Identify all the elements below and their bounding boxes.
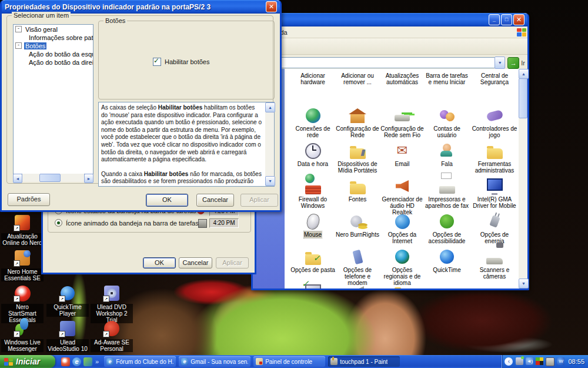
control-panel-item[interactable]: Opções regionais e de idioma (380, 248, 425, 283)
hide-icons-chevron-icon[interactable]: ‹ (505, 357, 513, 366)
media-app-icon[interactable] (83, 357, 92, 366)
control-panel-item[interactable]: Sons e dispositivos de áudio (335, 283, 380, 289)
minimize-button[interactable]: _ (489, 14, 500, 25)
control-panel-item[interactable]: ✉Email (380, 142, 425, 177)
control-panel-item[interactable]: Impressoras e aparelhos de fax (425, 177, 469, 213)
control-panel-item[interactable]: Ferramentas administrativas (469, 142, 519, 177)
start-button[interactable]: Iniciar (0, 355, 55, 368)
control-panel-item[interactable]: Nero BurnRights (335, 213, 380, 248)
control-panel-item[interactable]: Data e hora (290, 142, 335, 177)
internet-explorer-icon[interactable]: e (72, 357, 81, 366)
control-panel-item[interactable]: QuickTime (425, 248, 469, 283)
desktop-icon[interactable]: Ad-Aware SE Personal (91, 319, 133, 352)
control-panel-item[interactable]: Barra de tarefas e menu Iniciar (425, 71, 469, 89)
ok-button[interactable]: OK (143, 257, 176, 268)
scrollbar-thumb[interactable] (39, 174, 61, 182)
scroll-up-button[interactable]: ▲ (519, 69, 529, 79)
control-panel-item[interactable]: Contas de usuário (425, 107, 469, 142)
desktop-icon[interactable]: Ulead DVD Workshop 2 Trial (91, 284, 133, 323)
control-panel-item[interactable]: Gerenciador de áudio HD Realtek (380, 177, 425, 213)
control-panel-item-label: Ferramentas administrativas (470, 161, 519, 174)
apply-button: Aplicar (216, 257, 249, 268)
control-panel-item[interactable]: Dispositivos de Mídia Portáteis (335, 142, 380, 177)
control-panel-item[interactable]: Intel(R) GMA Driver for Mobile (469, 177, 519, 213)
scroll-left-button[interactable]: ◄ (13, 174, 22, 183)
tree-expander-icon[interactable]: - (15, 42, 22, 49)
desktop-icon[interactable]: Nero Home Essentials SE (1, 248, 44, 281)
control-panel-item[interactable]: Adicionar hardware (290, 71, 335, 89)
description-scrollbar[interactable]: ▲ ▼ (265, 102, 274, 186)
close-button[interactable]: ✕ (266, 1, 277, 12)
scroll-down-button[interactable]: ▼ (519, 279, 529, 289)
messenger-tray-icon[interactable]: W (557, 357, 564, 365)
control-panel-item[interactable]: Scanners e câmeras (469, 248, 519, 283)
control-panel-item[interactable]: Atualizações automáticas (380, 71, 425, 89)
control-panel-item[interactable]: Controladores de jogo (469, 107, 519, 142)
monitor-tray-icon[interactable] (546, 357, 554, 366)
control-panel-item[interactable]: Mouse (290, 213, 335, 248)
quick-launch-overflow-chevron-icon[interactable]: » (95, 358, 99, 365)
control-panel-item[interactable]: Tarefas agendadas (380, 283, 425, 289)
desktop-icon[interactable]: Nero StartSmart Essentials (1, 284, 44, 323)
defaults-button[interactable]: Padrões (8, 193, 50, 206)
settings-tree[interactable]: -Visão geralInformações sobre patentes-B… (13, 24, 93, 174)
control-panel-item-label: Impressoras e aparelhos de fax (425, 196, 469, 209)
control-panel-item[interactable]: Opções de pasta (290, 248, 335, 283)
network-status-icon[interactable] (516, 357, 523, 365)
tree-item[interactable]: -Visão geral (14, 25, 93, 33)
control-panel-titlebar[interactable]: _ □ ✕ (253, 13, 527, 26)
control-panel-item[interactable]: Configuração de Rede (335, 107, 380, 142)
tree-expander-icon[interactable]: - (15, 26, 22, 32)
cancel-button[interactable]: Cancelar (179, 257, 212, 268)
control-panel-item[interactable]: Central de Segurança (469, 71, 519, 89)
address-dropdown-button[interactable]: ▼ (495, 57, 505, 69)
animated-tray-icon-option[interactable]: Ícone animado da bandeja na barra de tar… (55, 219, 199, 227)
cancel-button[interactable]: Cancelar (196, 194, 234, 207)
tree-item[interactable]: Informações sobre patentes (14, 34, 93, 41)
enable-buttons-option[interactable]: ✓ Habilitar botões (153, 58, 209, 66)
taskbar-task-button[interactable]: Painel de controle (253, 356, 325, 367)
scrollbar-thumb[interactable] (519, 78, 527, 118)
radio-button[interactable] (55, 219, 62, 227)
address-input[interactable] (255, 57, 495, 68)
tree-item[interactable]: Ação do botão da direita (14, 58, 93, 66)
control-panel-item[interactable]: Fala (425, 142, 469, 177)
control-panel-item[interactable]: Firewall do Windows (290, 177, 335, 213)
scroll-up-button[interactable]: ▲ (265, 102, 275, 112)
control-panel-item[interactable]: Opções de telefone e modem (335, 248, 380, 283)
checkbox[interactable]: ✓ (153, 58, 161, 66)
control-panel-item[interactable]: Sistema (290, 283, 335, 289)
close-button[interactable]: ✕ (513, 14, 524, 25)
tree-item[interactable]: Ação do botão da esquerda (14, 50, 93, 58)
internet-explorer-icon: e (181, 358, 188, 365)
desktop-icon[interactable]: Ulead VideoStudio 10 (46, 319, 89, 352)
control-panel-item[interactable]: Opções de acessibilidade (425, 213, 469, 248)
control-panel-item[interactable]: Opções de energia (469, 213, 519, 248)
control-panel-item[interactable]: Opções da Internet (380, 213, 425, 248)
go-button[interactable]: → (507, 57, 519, 69)
taskbar-task-button[interactable]: eFórum do Clube do H... (104, 356, 176, 367)
cd-player-icon[interactable] (61, 357, 70, 366)
scroll-right-button[interactable]: ► (84, 174, 93, 183)
maximize-button[interactable]: □ (501, 14, 512, 25)
taskbar-task-button[interactable]: touchpad 1 - Paint (328, 356, 400, 367)
control-panel-item[interactable]: Teclado (425, 283, 469, 289)
ok-button[interactable]: OK (146, 194, 188, 207)
desktop-icon[interactable]: QuickTime Player (46, 284, 89, 317)
display-settings-icon[interactable] (536, 357, 543, 365)
control-panel-item[interactable]: Configuração de Rede sem Fio (380, 107, 425, 142)
control-panel-item[interactable]: Fontes (335, 177, 380, 213)
desktop-icon[interactable]: Windows Live Messenger (1, 319, 44, 352)
control-panel-item[interactable]: Conexões de rede (290, 107, 335, 142)
taskbar-task-button[interactable]: eGmail - Sua nova sen... (179, 356, 250, 367)
volume-icon[interactable]: ◄) (526, 357, 533, 365)
control-panel-item[interactable]: Adicionar ou remover ... (335, 71, 380, 89)
tree-horizontal-scrollbar[interactable]: ◄ ► (13, 174, 93, 182)
vertical-scrollbar[interactable]: ▲ ▼ (519, 69, 527, 289)
tree-item[interactable]: -Botões (14, 42, 93, 49)
checkbox-label: Habilitar botões (165, 58, 209, 65)
control-panel-item[interactable]: (A)Utilitário de configuração s... (469, 283, 519, 289)
desktop-icon[interactable]: Atualização Online do Nero (1, 213, 44, 246)
tree-item-label: Visão geral (24, 26, 59, 33)
scroll-down-button[interactable]: ▼ (265, 176, 275, 186)
